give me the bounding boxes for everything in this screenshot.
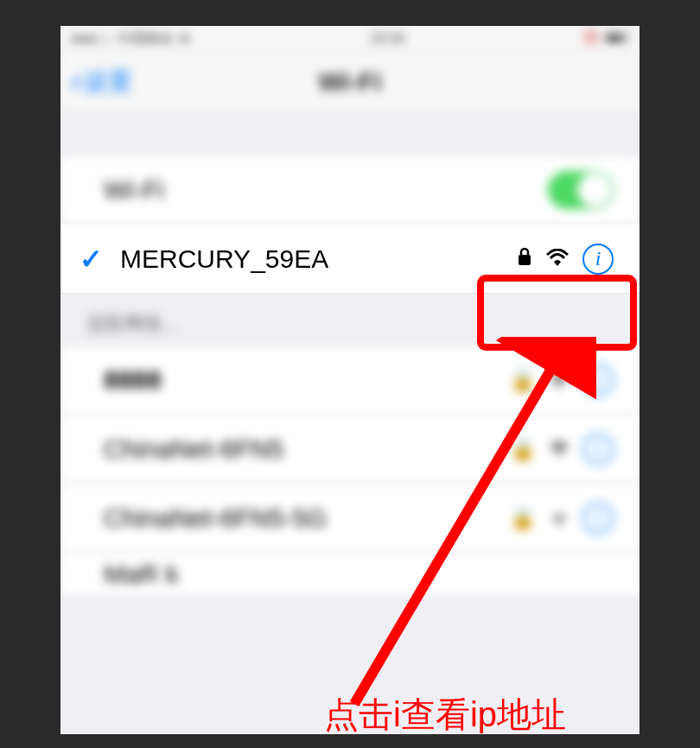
network-row[interactable]: ChinaNet-6FN5-5G 🔒 i <box>60 484 640 553</box>
wifi-signal-icon <box>550 504 569 531</box>
wifi-settings-screen: ●●●○○ 中国移动 10:34 ⏰ ‹ 设置 Wi-Fi Wi-Fi ✓ ME… <box>60 26 640 734</box>
nav-bar: ‹ 设置 Wi-Fi <box>60 52 640 112</box>
network-name: ChinaNet-6FN5 <box>104 434 510 464</box>
network-name: 8888 <box>104 365 510 395</box>
time-label: 10:34 <box>370 31 404 47</box>
carrier-label: 中国移动 <box>118 30 173 48</box>
lock-icon: 🔒 <box>510 506 536 530</box>
info-icon[interactable]: i <box>582 503 614 534</box>
wifi-status-icon <box>178 31 192 47</box>
svg-rect-2 <box>627 35 628 41</box>
info-icon[interactable]: i <box>582 364 614 396</box>
network-row[interactable]: MaR k <box>60 553 640 596</box>
annotation-text: 点击i查看ip地址 <box>324 691 566 734</box>
battery-icon <box>605 31 629 47</box>
svg-rect-3 <box>519 255 531 265</box>
wifi-signal-icon <box>550 367 569 394</box>
network-name: ChinaNet-6FN5-5G <box>104 504 510 533</box>
back-label: 设置 <box>84 66 132 98</box>
wifi-toggle-row: Wi-Fi <box>60 155 640 225</box>
connected-network-row[interactable]: ✓ MERCURY_59EA i <box>60 225 640 294</box>
wifi-signal-icon <box>550 435 569 462</box>
connected-network-name: MERCURY_59EA <box>120 244 517 274</box>
lock-icon: 🔒 <box>510 368 536 392</box>
chevron-left-icon: ‹ <box>71 63 82 100</box>
lock-icon <box>517 246 532 272</box>
network-name: MaR k <box>104 560 614 589</box>
network-row[interactable]: 8888 🔒 i <box>60 345 640 415</box>
status-bar: ●●●○○ 中国移动 10:34 ⏰ <box>60 26 640 52</box>
section-header: 选取网络... <box>60 294 640 345</box>
info-icon[interactable]: i <box>582 434 614 465</box>
back-button[interactable]: ‹ 设置 <box>71 63 132 100</box>
wifi-signal-icon <box>546 245 569 272</box>
signal-dots-icon: ●●●○○ <box>71 31 112 47</box>
alarm-icon: ⏰ <box>582 31 600 48</box>
network-row[interactable]: ChinaNet-6FN5 🔒 i <box>60 415 640 484</box>
wifi-toggle-label: Wi-Fi <box>104 175 548 205</box>
page-title: Wi-Fi <box>60 67 640 97</box>
info-icon[interactable]: i <box>582 244 614 275</box>
wifi-toggle[interactable] <box>548 171 614 209</box>
lock-icon: 🔒 <box>510 437 536 461</box>
svg-rect-1 <box>607 35 622 41</box>
checkmark-icon: ✓ <box>80 243 103 276</box>
